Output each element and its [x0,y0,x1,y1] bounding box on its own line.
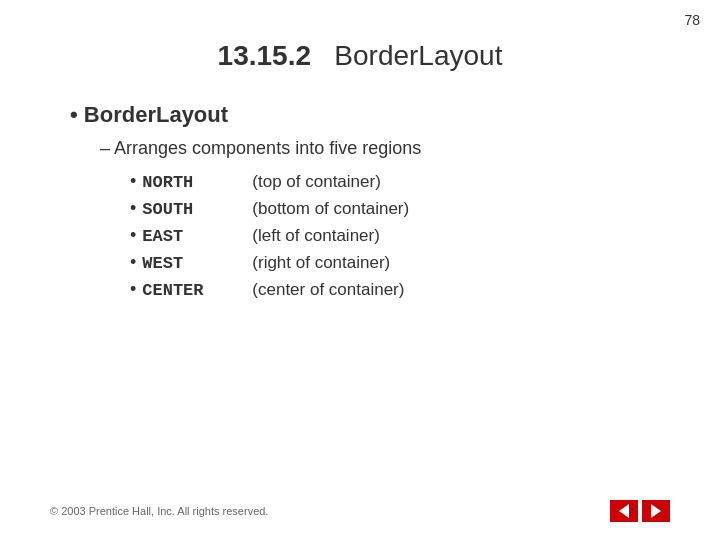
prev-button[interactable] [610,500,638,522]
copyright-text: © 2003 Prentice Hall, Inc. All rights re… [50,505,268,517]
bullet-icon: • [130,198,136,219]
region-name: WEST [142,254,232,273]
sub-description: Arranges components into five regions [100,138,670,159]
region-name: SOUTH [142,200,232,219]
bullet-icon: • [130,171,136,192]
region-desc: (bottom of container) [252,199,409,219]
bullet-icon: • [130,225,136,246]
regions-list: • NORTH (top of container) • SOUTH (bott… [130,171,670,300]
list-item: • CENTER (center of container) [130,279,670,300]
list-item: • WEST (right of container) [130,252,670,273]
title-number: 13.15.2 [218,40,311,71]
bullet-icon: • [130,252,136,273]
slide-title: 13.15.2 BorderLayout [50,40,670,72]
title-text: BorderLayout [334,40,502,71]
list-item: • NORTH (top of container) [130,171,670,192]
bullet-icon: • [130,279,136,300]
slide: 78 13.15.2 BorderLayout BorderLayout Arr… [0,0,720,540]
region-name: CENTER [142,281,232,300]
region-name: EAST [142,227,232,246]
region-desc: (right of container) [252,253,390,273]
region-desc: (top of container) [252,172,381,192]
nav-buttons [610,500,670,522]
region-name: NORTH [142,173,232,192]
next-button[interactable] [642,500,670,522]
region-desc: (center of container) [252,280,404,300]
footer: © 2003 Prentice Hall, Inc. All rights re… [50,500,670,522]
main-bullet: BorderLayout [70,102,670,128]
list-item: • SOUTH (bottom of container) [130,198,670,219]
slide-number: 78 [684,12,700,28]
region-desc: (left of container) [252,226,380,246]
list-item: • EAST (left of container) [130,225,670,246]
